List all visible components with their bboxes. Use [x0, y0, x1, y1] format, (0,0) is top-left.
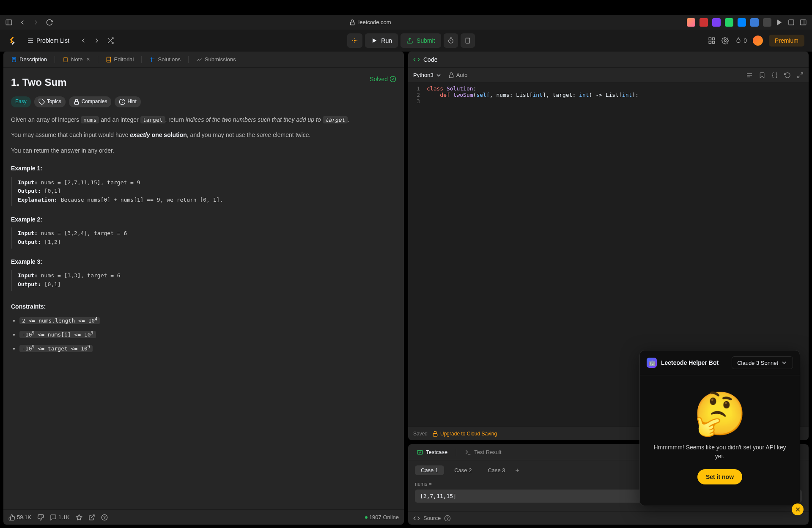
svg-rect-4 [789, 20, 794, 25]
set-api-key-button[interactable]: Set it now [697, 469, 742, 484]
layout-icon[interactable] [708, 37, 716, 44]
svg-rect-22 [709, 41, 711, 44]
auto-toggle[interactable]: Auto [448, 72, 468, 79]
saved-label: Saved [413, 431, 428, 437]
ext-icon-3[interactable] [712, 18, 721, 27]
tab-description[interactable]: Description [7, 54, 51, 65]
svg-point-37 [104, 519, 104, 519]
reset-icon[interactable] [784, 72, 791, 79]
app-toolbar: Problem List Run Submit 0 Premium [0, 30, 812, 52]
bot-close-button[interactable]: ✕ [792, 503, 804, 515]
notes-button[interactable] [461, 33, 475, 48]
svg-marker-3 [777, 19, 782, 25]
ext-icon-6[interactable] [750, 18, 759, 27]
companies-chip[interactable]: Companies [69, 96, 112, 107]
svg-rect-2 [351, 22, 354, 25]
forward-icon[interactable] [32, 19, 40, 26]
example: Example 2: Input: nums = [3,2,4], target… [11, 215, 396, 249]
problem-list-button[interactable]: Problem List [23, 35, 74, 47]
tab-separator [55, 56, 55, 63]
premium-button[interactable]: Premium [769, 35, 804, 47]
case-chip[interactable]: Case 1 [415, 465, 444, 475]
constraints-title: Constraints: [11, 302, 396, 311]
dislikes-button[interactable] [37, 514, 44, 521]
bookmark-icon[interactable] [759, 72, 765, 79]
hint-chip[interactable]: Hint [115, 96, 140, 107]
ext-icon-1[interactable] [687, 18, 695, 27]
svg-rect-30 [74, 101, 78, 104]
timer-button[interactable] [444, 33, 458, 48]
downloads-icon[interactable] [787, 19, 795, 26]
language-select[interactable]: Python3 [413, 72, 442, 79]
tab-testcase[interactable]: Testcase [413, 447, 451, 457]
pip-icon[interactable] [776, 19, 783, 26]
tab-editorial[interactable]: Editorial [102, 54, 138, 65]
upgrade-link[interactable]: Upgrade to Cloud Saving [432, 430, 497, 437]
run-button[interactable]: Run [365, 33, 398, 48]
tab-editorial-label: Editorial [114, 56, 134, 63]
star-button[interactable] [76, 514, 82, 521]
code-lines: class Solution: def twoSum(self, nums: L… [423, 83, 642, 427]
avatar[interactable] [753, 36, 763, 46]
right-tools: 0 Premium [708, 35, 804, 47]
share-button[interactable] [88, 514, 95, 521]
shuffle-icon[interactable] [107, 37, 114, 44]
ai-debug-button[interactable] [347, 33, 362, 48]
settings-icon[interactable] [721, 37, 729, 44]
svg-marker-34 [76, 514, 82, 520]
bot-model-select[interactable]: Claude 3 Sonnet [732, 356, 793, 369]
url-bar[interactable]: leetcode.com [59, 19, 681, 26]
auto-label: Auto [456, 72, 468, 78]
sidebar-toggle-icon[interactable] [5, 19, 13, 26]
tab-separator [188, 56, 189, 63]
bot-title: Leetcode Helper Bot [661, 359, 727, 366]
case-chip[interactable]: Case 2 [448, 465, 477, 475]
svg-point-48 [447, 520, 448, 520]
bot-model-label: Claude 3 Sonnet [737, 360, 778, 366]
reload-icon[interactable] [46, 19, 53, 26]
streak[interactable]: 0 [735, 37, 747, 44]
tab-separator [98, 56, 98, 63]
online-count: 1907 Online [369, 514, 399, 520]
ext-icon-2[interactable] [700, 18, 708, 27]
example-block: Input: nums = [3,3], target = 6 Output: … [11, 270, 396, 291]
tab-solutions-label: Solutions [158, 56, 180, 63]
ext-icon-7[interactable] [763, 18, 771, 27]
help-button[interactable] [101, 514, 108, 521]
tab-submissions[interactable]: Submissions [192, 54, 240, 65]
braces-icon[interactable] [771, 72, 778, 79]
helper-bot-popup: 🤖 Leetcode Helper Bot Claude 3 Sonnet 🤔 … [639, 350, 800, 506]
tab-solutions[interactable]: Solutions [145, 54, 184, 65]
tabs-icon[interactable] [799, 19, 807, 26]
add-case-button[interactable]: + [516, 467, 519, 474]
bottom-bar: 59.1K 1.1K 1907 Online [3, 509, 404, 525]
comments-button[interactable]: 1.1K [50, 514, 70, 521]
tab-note[interactable]: Note ✕ [58, 54, 94, 65]
format-icon[interactable] [746, 72, 753, 79]
fullscreen-icon[interactable] [797, 72, 804, 79]
case-chip[interactable]: Case 3 [482, 465, 511, 475]
tab-test-result[interactable]: Test Result [461, 447, 505, 457]
leetcode-logo-icon[interactable] [8, 36, 17, 45]
likes-count: 59.1K [17, 514, 31, 520]
prev-problem-icon[interactable] [80, 37, 87, 44]
example: Example 1: Input: nums = [2,7,11,15], ta… [11, 164, 396, 206]
topics-chip[interactable]: Topics [34, 96, 66, 107]
streak-count: 0 [743, 37, 747, 44]
testcase-footer: Source [408, 511, 809, 525]
submit-button[interactable]: Submit [401, 33, 441, 48]
back-icon[interactable] [19, 19, 26, 26]
help-icon[interactable] [444, 515, 451, 522]
solved-label: Solved [370, 74, 388, 84]
likes-button[interactable]: 59.1K [8, 514, 31, 521]
difficulty-chip[interactable]: Easy [11, 96, 31, 107]
ext-icon-4[interactable] [725, 18, 733, 27]
next-problem-icon[interactable] [93, 37, 101, 44]
chip-row: Easy Topics Companies Hint [11, 96, 396, 107]
svg-rect-38 [449, 75, 453, 78]
source-label[interactable]: Source [423, 515, 441, 521]
ext-icon-5[interactable] [738, 18, 746, 27]
close-icon[interactable]: ✕ [86, 57, 90, 62]
left-tabs: Description Note ✕ Editorial Solutions S [3, 52, 404, 68]
tab-submissions-label: Submissions [205, 56, 236, 63]
